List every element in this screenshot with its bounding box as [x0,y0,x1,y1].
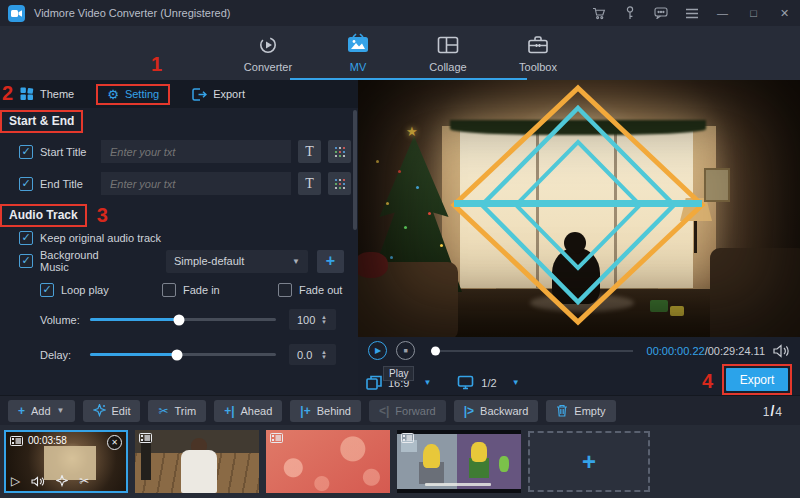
panel-tab-theme[interactable]: Theme [20,87,74,101]
clip-thumbnail-2[interactable] [135,430,259,493]
tab-converter[interactable]: Converter [236,30,300,73]
background-music-row: ✓ Background Music Simple-default ▼ + [0,249,358,273]
clip-audio-icon[interactable] [31,476,45,487]
total-time: 00:29:24.11 [708,345,765,357]
chevron-down-icon[interactable]: ▼ [423,378,431,387]
loop-play-label: Loop play [61,284,109,296]
end-title-position-button[interactable] [328,172,351,195]
film-icon [10,436,23,446]
clip-edit-icon[interactable] [56,475,68,487]
key-icon[interactable] [622,6,637,21]
stop-button[interactable]: ■ [396,341,415,360]
forward-button[interactable]: <| Forward [369,400,446,422]
minimize-button[interactable]: — [715,6,730,21]
feedback-icon[interactable] [653,6,668,21]
behind-button[interactable]: |+ Behind [290,400,361,422]
end-title-label: End Title [40,178,98,190]
panel-tab-export[interactable]: Export [192,88,245,101]
volume-stepper[interactable]: ▲▼ [321,315,327,325]
volume-slider[interactable] [90,318,276,321]
seek-bar[interactable] [431,350,633,352]
clip-counter: 1/4 [763,403,782,419]
main-nav: Converter MV Collage Toolbox [0,26,800,80]
delay-label: Delay: [40,349,88,361]
window-title: Vidmore Video Converter (Unregistered) [34,7,230,19]
volume-icon[interactable] [773,344,790,358]
clip-trim-icon[interactable]: ✂ [79,474,89,488]
tab-collage[interactable]: Collage [416,30,480,73]
export-annotation-box: Export [722,364,792,395]
remove-clip-button[interactable]: ✕ [107,435,122,450]
start-title-row: ✓ Start Title T [0,140,358,163]
theme-icon [20,87,34,101]
current-time: 00:00:00.22 [647,345,705,357]
end-title-checkbox[interactable]: ✓ [19,177,33,191]
move-forward-icon: <| [379,405,389,417]
background-music-label: Background Music [40,249,126,273]
export-button[interactable]: Export [726,368,788,391]
start-title-checkbox[interactable]: ✓ [19,145,33,159]
volume-slider-knob[interactable] [174,314,185,325]
delay-stepper[interactable]: ▲▼ [321,350,327,360]
start-title-label: Start Title [40,146,98,158]
video-preview[interactable]: ★ [358,80,800,337]
start-title-position-button[interactable] [328,140,351,163]
panel-tab-setting-label: Setting [125,88,159,100]
delay-slider[interactable] [90,353,276,356]
music-select[interactable]: Simple-default ▼ [166,250,308,273]
empty-button[interactable]: Empty [546,400,615,422]
add-button[interactable]: + Add ▼ [8,400,75,422]
aspect-ratio-control[interactable]: 16:9 ▼ Play [366,369,431,390]
panel-scrollbar[interactable] [353,110,357,230]
menu-icon[interactable] [684,6,699,21]
play-button[interactable]: ▶ [368,341,387,360]
end-title-input[interactable] [101,172,291,195]
seek-handle[interactable] [431,346,440,355]
volume-value: 100 [297,314,319,326]
converter-icon [256,33,280,57]
screen-split-control[interactable]: 1/2 ▼ [457,369,519,390]
start-title-input[interactable] [101,140,291,163]
fade-in-label: Fade in [183,284,220,296]
clip-thumbnail-4[interactable] [397,430,521,493]
clip-thumbnail-3[interactable] [266,430,390,493]
keep-original-checkbox[interactable]: ✓ [19,231,33,245]
clip-play-icon[interactable]: ▷ [11,474,20,488]
edit-button[interactable]: Edit [83,400,141,422]
delay-slider-knob[interactable] [172,349,183,360]
export-tab-icon [192,88,207,101]
tab-toolbox[interactable]: Toolbox [506,30,570,73]
playback-controls: ▶ ■ 00:00:00.22/00:29:24.11 [358,337,800,364]
preview-options-bar: 16:9 ▼ Play 1/2 ▼ 4 Export [358,364,800,395]
panel-tab-setting[interactable]: ⚙ Setting [96,84,170,105]
position-grid-icon [334,178,346,190]
cart-icon[interactable] [591,6,606,21]
tab-mv[interactable]: MV [326,30,390,73]
maximize-button[interactable]: □ [746,6,761,21]
keep-original-row: ✓ Keep original audio track [0,231,358,245]
start-title-font-button[interactable]: T [298,140,321,163]
add-music-button[interactable]: + [317,250,344,273]
loop-play-checkbox[interactable]: ✓ [40,283,54,297]
ahead-button[interactable]: +| Ahead [214,400,282,422]
add-clip-placeholder[interactable]: + [528,431,650,492]
backward-button[interactable]: |> Backward [454,400,539,422]
end-title-font-button[interactable]: T [298,172,321,195]
trash-icon [556,404,568,417]
section-start-end-heading: Start & End [0,110,83,133]
background-music-checkbox[interactable]: ✓ [19,254,33,268]
chevron-down-icon[interactable]: ▼ [512,378,520,387]
close-button[interactable]: ✕ [777,6,792,21]
fade-in-checkbox[interactable] [162,283,176,297]
position-grid-icon [334,146,346,158]
clip-thumbnail-1[interactable]: 00:03:58 ✕ ▷ ✂ [4,430,128,493]
panel-tab-bar: Theme ⚙ Setting Export [0,80,358,108]
trim-button[interactable]: ✂ Trim [148,400,206,422]
clip-duration: 00:03:58 [28,435,67,446]
fade-out-checkbox[interactable] [278,283,292,297]
collage-icon [436,33,460,57]
insert-behind-icon: |+ [300,405,310,417]
chevron-down-icon: ▼ [292,257,300,266]
play-tooltip: Play [383,366,414,381]
delay-row: Delay: 0.0 ▲▼ [0,344,358,365]
